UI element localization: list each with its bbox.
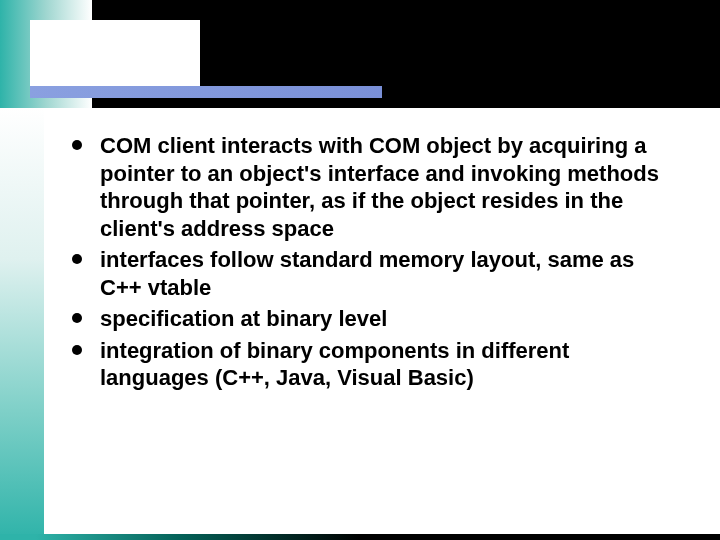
header-title-box bbox=[30, 20, 200, 86]
bullet-item: specification at binary level bbox=[68, 305, 680, 333]
bullet-item: integration of binary components in diff… bbox=[68, 337, 680, 392]
header-underline bbox=[30, 86, 382, 98]
bullet-text: integration of binary components in diff… bbox=[100, 338, 569, 391]
body-content: COM client interacts with COM object by … bbox=[68, 132, 680, 396]
bullet-item: COM client interacts with COM object by … bbox=[68, 132, 680, 242]
bullet-item: interfaces follow standard memory layout… bbox=[68, 246, 680, 301]
bullet-text: COM client interacts with COM object by … bbox=[100, 133, 659, 241]
bullet-text: specification at binary level bbox=[100, 306, 387, 331]
bullet-text: interfaces follow standard memory layout… bbox=[100, 247, 634, 300]
bullet-list: COM client interacts with COM object by … bbox=[68, 132, 680, 392]
left-accent bbox=[0, 108, 44, 540]
footer-bar bbox=[0, 534, 720, 540]
